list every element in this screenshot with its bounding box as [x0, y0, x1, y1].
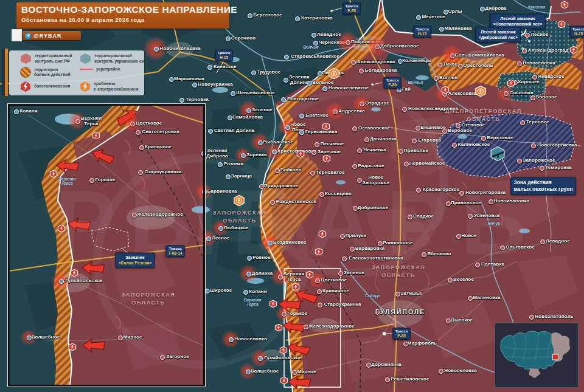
town-pin — [468, 214, 473, 219]
town-pin — [311, 33, 316, 38]
town-label: Розовка — [224, 161, 244, 167]
town-pin — [247, 256, 252, 261]
town-label: Святопетровка — [142, 129, 179, 134]
town-label: Горькое — [288, 311, 308, 316]
legend-item-label: укрепрайон — [96, 67, 120, 72]
highway-number: Н-15 — [416, 32, 429, 36]
town-pin — [404, 162, 409, 167]
town-pin — [292, 370, 297, 375]
town-pin — [446, 318, 451, 323]
town-label: Еленоконстантиновка — [349, 255, 403, 261]
town-label: Рыбальское — [263, 139, 293, 145]
town-pin — [517, 159, 522, 163]
highway-label: ТрассаР-85 — [384, 77, 401, 89]
legend-stripe-orange — [5, 49, 8, 96]
town-pin — [448, 278, 453, 283]
town-pin — [353, 206, 358, 211]
town-pin — [246, 108, 251, 113]
legend: территориальный контроль сил РФтерритори… — [9, 50, 144, 95]
town-pin — [439, 369, 443, 374]
town-label: Новоселовка — [523, 60, 555, 66]
town-pin — [246, 272, 251, 277]
callout-line: Лесной заказник — [481, 30, 516, 34]
town-label: Светлая Долина — [214, 128, 254, 133]
town-pin — [136, 130, 141, 135]
highway-label: ТрассаН-15 — [215, 50, 233, 61]
town-pin — [359, 69, 364, 74]
town-label: Новогригоровка — [465, 190, 506, 195]
town-label: Новониколаевка — [159, 46, 200, 51]
callout-line: Зона действия — [513, 179, 551, 185]
town-label: Остаповское — [358, 125, 390, 131]
town-pin — [452, 143, 457, 148]
river-label: Волчья — [303, 45, 318, 49]
town-pin — [226, 174, 231, 179]
town-pin — [75, 119, 80, 124]
town-pin — [248, 13, 252, 18]
occupied-crimea — [529, 369, 541, 379]
highway-label-word: Трасса — [218, 51, 231, 55]
town-label: Цветковое — [321, 277, 347, 283]
town-label: Терновое — [526, 119, 550, 125]
title-banner: ВОСТОЧНО-ЗАПОРОЖСКОЕ НАПРАВЛЕНИЕ Обстано… — [16, 2, 229, 29]
town-label: Привольное — [451, 200, 481, 205]
town-pin — [416, 188, 421, 193]
town-pin — [422, 252, 426, 257]
highway-number: Р-85 — [395, 334, 408, 339]
town-label: Калиновское — [458, 142, 490, 147]
callout-line: «Дибровский лес» — [479, 35, 518, 40]
town-pin — [352, 126, 357, 131]
town-pin — [14, 109, 19, 114]
town-pin — [201, 151, 206, 156]
fortified-line-icon — [80, 69, 93, 70]
town-label: Дорожнянка — [371, 362, 401, 367]
ukraine-locator-map — [495, 323, 579, 388]
town-pin — [375, 44, 380, 49]
town-pin — [416, 15, 421, 20]
town-pin — [434, 76, 439, 81]
town-label: Гай — [402, 86, 411, 92]
town-pin — [205, 289, 210, 294]
legend-item: территориальный контроль сил РФ — [20, 53, 72, 64]
clash-icon — [274, 323, 283, 331]
town-label: Сорочино — [231, 35, 255, 41]
town-pin — [299, 130, 304, 135]
town-pin — [385, 377, 390, 382]
town-label: Братское — [305, 112, 328, 118]
legend-item-label: территориальный контроль сил РФ — [35, 53, 72, 64]
clash-icon — [315, 247, 323, 255]
town-pin — [475, 263, 480, 267]
town-label: Староукраинка — [144, 169, 181, 174]
town-label: Радостное — [358, 163, 384, 168]
town-pin — [504, 91, 509, 96]
town-label: Покровское — [351, 39, 380, 44]
clash-icon — [557, 20, 566, 28]
town-pin — [226, 36, 231, 41]
town-label: Первомайское — [409, 160, 445, 166]
legend-item: укрепрайон — [80, 67, 120, 72]
legend-item-label: боестолкновения — [34, 84, 70, 89]
channel-name: @RYBAR — [33, 33, 61, 39]
town-label: Малиновка — [444, 26, 471, 31]
town-pin — [408, 215, 412, 219]
highway-label-word: Трасса — [572, 27, 584, 32]
town-label: Горькое — [96, 177, 116, 182]
town-label: Орлы — [448, 9, 462, 14]
town-label: Доброспасовое — [380, 43, 419, 49]
clash-icon — [49, 170, 58, 177]
town-label: Новогеоргиевка — [537, 142, 577, 148]
town-pin — [364, 137, 369, 142]
town-pin — [529, 315, 534, 320]
town-pin — [439, 27, 444, 32]
region-label: ЗАПОРОЖСКАЯ ОБЛАСТЬ — [213, 209, 267, 224]
town-label: Новозлатополь — [535, 314, 573, 319]
town-label: Новоселовка — [234, 336, 267, 342]
town-pin — [398, 149, 403, 154]
callout-line: малых пехотных групп — [513, 186, 572, 192]
town-pin — [338, 271, 343, 276]
town-label: Железнодорожное — [308, 323, 355, 329]
town-pin — [525, 33, 530, 38]
town-label: Старокасьяновское — [291, 53, 339, 59]
qr-code — [12, 29, 22, 41]
town-pin — [522, 49, 527, 53]
